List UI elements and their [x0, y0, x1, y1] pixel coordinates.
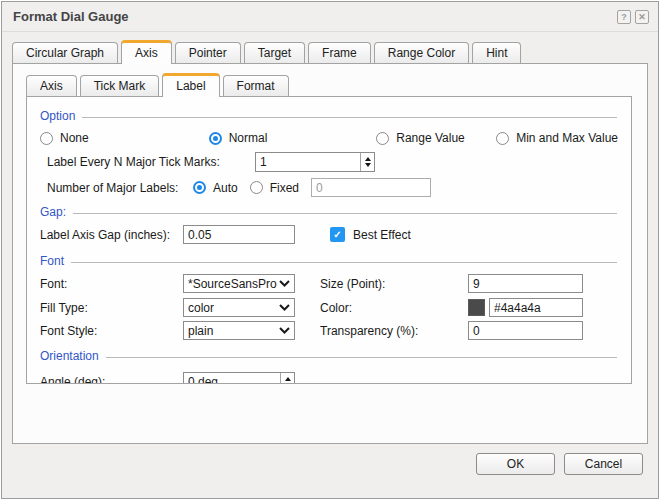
- radio-none[interactable]: None: [40, 131, 209, 145]
- best-effect-label: Best Effect: [353, 228, 411, 242]
- font-style-label: Font Style:: [40, 324, 183, 338]
- transparency-input[interactable]: [468, 321, 583, 340]
- number-of-major-label: Number of Major Labels:: [47, 181, 193, 195]
- option-section-header: Option: [40, 109, 618, 123]
- color-label: Color:: [320, 301, 468, 315]
- spinner-up-icon[interactable]: [285, 377, 291, 381]
- angle-value: 0 deg: [184, 373, 280, 384]
- label-every-n-row: Label Every N Major Tick Marks: 1: [40, 152, 618, 172]
- gap-section-header: Gap:: [40, 205, 618, 219]
- section-divider: [71, 262, 617, 263]
- ok-button[interactable]: OK: [476, 453, 555, 475]
- font-section-header: Font: [40, 254, 618, 268]
- radio-min-max-value-icon: [496, 132, 509, 145]
- main-tabstrip: Circular Graph Axis Pointer Target Frame…: [12, 40, 648, 63]
- spinner-buttons: [280, 373, 294, 384]
- radio-auto[interactable]: Auto: [193, 181, 238, 195]
- radio-none-label: None: [60, 131, 89, 145]
- dialog-footer: OK Cancel: [2, 440, 658, 498]
- radio-range-value-label: Range Value: [396, 131, 465, 145]
- label-every-n-label: Label Every N Major Tick Marks:: [47, 155, 255, 169]
- section-divider: [82, 117, 617, 118]
- fill-type-label: Fill Type:: [40, 301, 183, 315]
- fill-type-dropdown-value: color: [188, 301, 214, 315]
- axis-gap-label: Label Axis Gap (inches):: [40, 228, 183, 242]
- size-input[interactable]: [468, 274, 583, 293]
- label-every-n-value: 1: [256, 153, 360, 171]
- tab-range-color[interactable]: Range Color: [374, 42, 469, 63]
- titlebar: Format Dial Gauge ? ✕: [2, 2, 658, 32]
- font-style-dropdown-value: plain: [188, 324, 213, 338]
- radio-auto-icon: [193, 181, 206, 194]
- font-style-dropdown[interactable]: plain: [183, 321, 295, 340]
- close-button[interactable]: ✕: [635, 10, 649, 24]
- radio-fixed[interactable]: Fixed: [250, 181, 299, 195]
- radio-fixed-icon: [250, 181, 263, 194]
- color-input[interactable]: [489, 298, 583, 317]
- angle-spinner[interactable]: 0 deg: [183, 372, 295, 384]
- subtab-tick-mark[interactable]: Tick Mark: [80, 75, 160, 96]
- help-icon: ?: [621, 12, 627, 22]
- radio-normal-icon: [209, 132, 222, 145]
- spinner-down-icon[interactable]: [285, 383, 291, 384]
- radio-min-max-value-label: Min and Max Value: [516, 131, 618, 145]
- fill-type-row: Fill Type: color Color:: [40, 298, 618, 317]
- number-of-major-row: Number of Major Labels: Auto Fixed: [40, 178, 618, 197]
- axis-gap-input[interactable]: [183, 225, 295, 244]
- tab-frame[interactable]: Frame: [308, 42, 371, 63]
- font-label: Font:: [40, 277, 183, 291]
- chevron-down-icon: [279, 327, 290, 334]
- checkbox-checked-icon: ✓: [330, 227, 345, 242]
- dialog-title: Format Dial Gauge: [13, 9, 613, 24]
- angle-label: Angle (deg):: [40, 375, 183, 384]
- best-effect-checkbox[interactable]: ✓ Best Effect: [330, 227, 411, 242]
- chevron-down-icon: [279, 304, 290, 311]
- tab-axis[interactable]: Axis: [121, 40, 172, 64]
- tab-pointer[interactable]: Pointer: [175, 42, 241, 63]
- close-icon: ✕: [638, 12, 646, 22]
- radio-min-max-value[interactable]: Min and Max Value: [496, 131, 618, 145]
- subtab-axis[interactable]: Axis: [26, 75, 77, 96]
- radio-fixed-label: Fixed: [270, 181, 299, 195]
- size-label: Size (Point):: [320, 277, 468, 291]
- help-button[interactable]: ?: [617, 10, 631, 24]
- spinner-down-icon[interactable]: [365, 163, 371, 167]
- tab-hint[interactable]: Hint: [472, 42, 521, 63]
- radio-none-icon: [40, 132, 53, 145]
- radio-normal[interactable]: Normal: [209, 131, 377, 145]
- fill-type-dropdown[interactable]: color: [183, 298, 295, 317]
- transparency-label: Transparency (%):: [320, 324, 468, 338]
- font-dropdown[interactable]: *SourceSansPro: [183, 274, 295, 293]
- font-dropdown-value: *SourceSansPro: [188, 277, 277, 291]
- font-section-title: Font: [40, 254, 64, 268]
- spinner-up-icon[interactable]: [365, 157, 371, 161]
- subtab-format[interactable]: Format: [223, 75, 289, 96]
- section-divider: [73, 213, 617, 214]
- option-radio-row: None Normal Range Value Min and Max Valu…: [40, 131, 618, 145]
- angle-row: Angle (deg): 0 deg: [40, 372, 618, 384]
- font-style-row: Font Style: plain Transparency (%):: [40, 321, 618, 340]
- chevron-down-icon: [279, 280, 290, 287]
- color-swatch[interactable]: [468, 299, 485, 316]
- orientation-section-title: Orientation: [40, 349, 99, 363]
- radio-range-value-icon: [376, 132, 389, 145]
- section-divider: [106, 357, 617, 358]
- radio-normal-label: Normal: [229, 131, 268, 145]
- label-subtab-panel: Option None Normal Range Value: [26, 96, 632, 384]
- axis-tab-panel: Axis Tick Mark Label Format Option None …: [12, 63, 648, 444]
- format-dial-gauge-dialog: Format Dial Gauge ? ✕ Circular Graph Axi…: [1, 1, 659, 499]
- subtab-label[interactable]: Label: [162, 73, 219, 97]
- gap-section-title: Gap:: [40, 205, 66, 219]
- cancel-button[interactable]: Cancel: [564, 453, 643, 475]
- orientation-section-header: Orientation: [40, 349, 618, 363]
- fixed-count-input[interactable]: [311, 178, 431, 197]
- radio-range-value[interactable]: Range Value: [376, 131, 496, 145]
- spinner-buttons: [360, 153, 374, 171]
- tab-target[interactable]: Target: [244, 42, 305, 63]
- tab-circular-graph[interactable]: Circular Graph: [12, 42, 118, 63]
- label-every-n-spinner[interactable]: 1: [255, 152, 375, 172]
- axis-gap-row: Label Axis Gap (inches): ✓ Best Effect: [40, 225, 618, 244]
- option-section-title: Option: [40, 109, 75, 123]
- axis-sub-tabstrip: Axis Tick Mark Label Format: [26, 73, 632, 96]
- radio-auto-label: Auto: [213, 181, 238, 195]
